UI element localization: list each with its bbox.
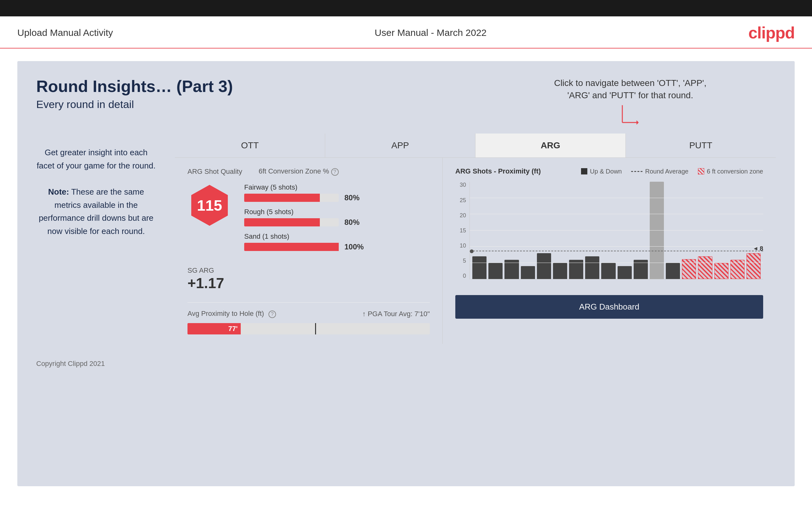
sg-value: +1.17: [188, 275, 430, 292]
chart-legend: Up & Down Round Average 6 ft conversion …: [581, 168, 763, 175]
legend-roundavg: Round Average: [631, 168, 689, 175]
nav-arrow-icon: [619, 105, 641, 130]
legend-box-icon: [581, 168, 587, 174]
main-content: Round Insights… (Part 3) Every round in …: [17, 61, 795, 486]
arg-dashboard-button[interactable]: ARG Dashboard: [455, 295, 763, 319]
bar-9: [601, 182, 615, 279]
bar-sand: Sand (1 shots) 100%: [244, 232, 430, 251]
proximity-bar-fill: 77': [188, 323, 241, 334]
sg-section: SG ARG +1.17: [188, 267, 430, 292]
bar-hatched-1: [682, 182, 696, 279]
y-label-15: 15: [455, 227, 468, 234]
conversion-help-icon[interactable]: ?: [331, 168, 339, 176]
bar-11: [633, 182, 648, 279]
bar-track-fairway: [244, 194, 339, 202]
legend-hatched-icon: [698, 168, 704, 174]
bar-8: [585, 182, 599, 279]
svg-marker-2: [637, 120, 639, 125]
y-label-10: 10: [455, 242, 468, 249]
bar-pct-fairway: 80%: [344, 193, 359, 202]
shot-quality-bars: Fairway (5 shots) 80% Rough: [244, 183, 430, 257]
bar-hatched-2: [698, 182, 712, 279]
right-header: ARG Shots - Proximity (ft) Up & Down Rou…: [455, 167, 763, 175]
proximity-help-icon[interactable]: ?: [268, 311, 276, 318]
bar-10: [618, 182, 632, 279]
hex-number: 115: [197, 197, 222, 214]
doc-title: User Manual - March 2022: [375, 27, 487, 38]
ref-arrow-icon: ◄: [753, 245, 758, 252]
ref-line-value: 8: [760, 245, 763, 252]
bar-pct-sand: 100%: [344, 242, 364, 251]
content-area: Get greater insight into each facet of y…: [36, 133, 776, 344]
y-label-30: 30: [455, 182, 468, 188]
bar-rough: Rough (5 shots) 80%: [244, 208, 430, 227]
legend-updown: Up & Down: [581, 168, 622, 175]
left-top: 115 Fairway (5 shots): [188, 183, 430, 257]
right-panel: ARG Shots - Proximity (ft) Up & Down Rou…: [443, 158, 776, 344]
bar-fairway: Fairway (5 shots) 80%: [244, 183, 430, 202]
bar-hatched-4: [730, 182, 745, 279]
proximity-bar-value: 77': [228, 325, 238, 333]
top-bar: [0, 0, 812, 16]
copyright: Copyright Clippd 2021: [36, 353, 776, 374]
shot-quality-label: ARG Shot Quality: [188, 168, 242, 176]
proximity-header: Avg Proximity to Hole (ft) ? ↑ PGA Tour …: [188, 309, 430, 318]
bar-3: [504, 182, 519, 279]
legend-conversion: 6 ft conversion zone: [698, 168, 763, 175]
bar-hatched-5: [747, 182, 761, 279]
tab-ott[interactable]: OTT: [175, 133, 325, 158]
insight-text-area: Get greater insight into each facet of y…: [36, 133, 156, 238]
proximity-section: Avg Proximity to Hole (ft) ? ↑ PGA Tour …: [188, 302, 430, 334]
clippd-logo: clippd: [748, 23, 795, 42]
bar-pct-rough: 80%: [344, 218, 359, 227]
tabs-row: OTT APP ARG PUTT: [175, 133, 776, 158]
chart-area: 30 25 20 15 10 5 0: [455, 182, 763, 289]
section-labels: ARG Shot Quality 6ft Conversion Zone % ?: [188, 167, 430, 176]
bar-track-sand: [244, 243, 339, 251]
ref-line-right: ◄ 8: [753, 245, 763, 252]
card-body: ARG Shot Quality 6ft Conversion Zone % ?: [175, 158, 776, 344]
hex-badge: 115: [188, 183, 232, 227]
bar-13: [666, 182, 680, 279]
proximity-bar-track: 77': [188, 323, 430, 334]
bar-hatched-3: [714, 182, 728, 279]
tab-arg[interactable]: ARG: [475, 133, 626, 158]
chart-title: ARG Shots - Proximity (ft): [455, 167, 541, 175]
bar-5: [537, 182, 551, 279]
conversion-label: 6ft Conversion Zone % ?: [259, 167, 339, 176]
ref-dot-icon: [470, 249, 473, 253]
page-title: Round Insights… (Part 3): [36, 77, 233, 96]
bar-2: [489, 182, 503, 279]
bar-12-tall: [650, 182, 664, 279]
nav-hint-text: Click to navigate between 'OTT', 'APP','…: [554, 77, 706, 101]
y-label-20: 20: [455, 212, 468, 219]
round-insights-card: OTT APP ARG PUTT ARG Shot Qualit: [175, 133, 776, 344]
nav-hint-section: Click to navigate between 'OTT', 'APP','…: [554, 77, 706, 130]
page-subtitle: Every round in detail: [36, 98, 233, 111]
y-label-5: 5: [455, 258, 468, 264]
sg-label: SG ARG: [188, 267, 430, 275]
tab-putt[interactable]: PUTT: [626, 133, 776, 158]
y-axis: 30 25 20 15 10 5 0: [455, 182, 468, 279]
tab-app[interactable]: APP: [325, 133, 475, 158]
page-header-text: Round Insights… (Part 3) Every round in …: [36, 77, 233, 111]
pga-avg-label: ↑ PGA Tour Avg: 7'10": [362, 310, 430, 318]
proximity-cursor: [315, 323, 316, 334]
bar-4: [521, 182, 535, 279]
bar-6: [553, 182, 567, 279]
bar-track-rough: [244, 218, 339, 226]
bar-fill-rough: [244, 218, 320, 226]
ref-line: ◄ 8: [470, 251, 763, 253]
bar-1: [472, 182, 487, 279]
left-panel: ARG Shot Quality 6ft Conversion Zone % ?: [175, 158, 443, 344]
header: Upload Manual Activity User Manual - Mar…: [0, 16, 812, 49]
note-label: Note:: [48, 187, 69, 196]
proximity-bar-container: 77': [188, 323, 430, 334]
upload-label: Upload Manual Activity: [17, 27, 113, 38]
insight-text-1: Get greater insight into each facet of y…: [37, 148, 155, 170]
bar-fill-sand: [244, 243, 339, 251]
bar-7: [569, 182, 583, 279]
chart-bars-area: ◄ 8: [469, 182, 763, 279]
y-label-0: 0: [455, 273, 468, 279]
legend-dashed-icon: [631, 171, 643, 172]
